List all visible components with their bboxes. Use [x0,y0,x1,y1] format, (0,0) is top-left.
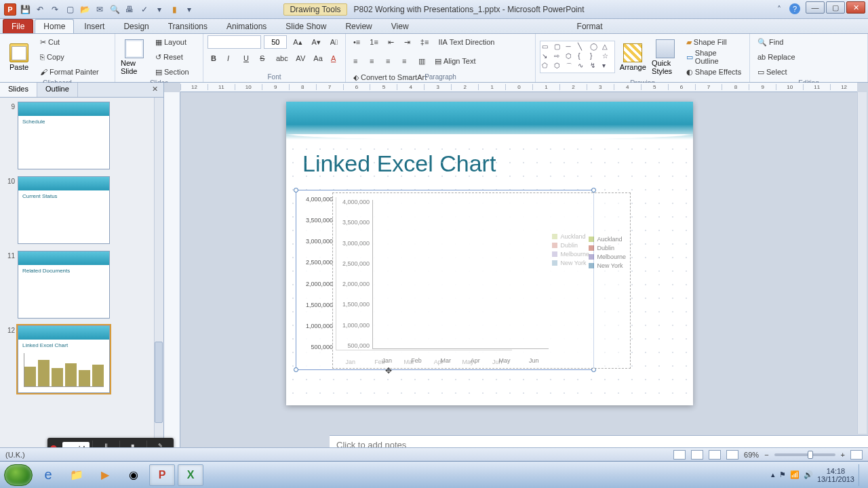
reset-button[interactable]: ↺Reset [152,50,193,64]
help-icon[interactable]: ? [789,3,800,14]
font-family-selector[interactable] [208,35,261,49]
taskbar-excel-icon[interactable]: X [178,464,203,486]
slide-thumbnail[interactable]: 9Schedule [4,102,159,169]
print-preview-icon[interactable]: 🔍 [108,3,121,16]
strike-button[interactable]: S [256,52,270,65]
shape-outline-button[interactable]: ▭Shape Outline [683,50,745,64]
taskbar-chrome-icon[interactable]: ◉ [121,464,146,486]
show-desktop-button[interactable] [859,464,864,486]
justify-button[interactable]: ≡ [399,54,412,68]
save-icon[interactable]: 💾 [19,3,31,16]
fit-to-window-button[interactable] [850,450,863,460]
numbering-button[interactable]: 1≡ [366,35,382,49]
maximize-button[interactable]: ▢ [826,1,845,14]
slideshow-view-button[interactable] [726,450,738,460]
shapes-gallery[interactable]: ▭▢─╲◯△ ↘⇨⬡{}☆ ⬠⬡⌒∿↯▾ [540,41,615,73]
normal-view-button[interactable] [673,450,686,460]
quick-styles-button[interactable]: Quick Styles [650,38,680,77]
text-direction-button[interactable]: IIAText Direction [435,35,498,49]
bullets-button[interactable]: •≡ [350,35,363,49]
replace-button[interactable]: abReplace [754,50,863,64]
taskbar-ie-icon[interactable]: e [35,464,61,486]
align-right-button[interactable]: ≡ [382,54,396,68]
spelling-icon[interactable]: ✓ [138,3,151,16]
tab-view[interactable]: View [382,19,418,33]
slide-thumbnail[interactable]: 12Linked Excel Chart [4,325,159,393]
tray-volume-icon[interactable]: 🔊 [804,470,813,479]
paste-button[interactable]: Paste [4,42,34,73]
tab-design[interactable]: Design [115,19,157,33]
underline-button[interactable]: U [240,52,254,65]
slide-editor[interactable]: 1211109876543210123456789101112 Linked E… [164,83,868,461]
slide-thumbnail[interactable]: 10Current Status [4,176,159,244]
tab-file[interactable]: File [3,19,33,33]
section-button[interactable]: ▤Section [152,65,193,79]
shrink-font-button[interactable]: A▾ [309,35,324,49]
font-size-input[interactable] [264,35,287,49]
tab-insert[interactable]: Insert [75,19,113,33]
undo-icon[interactable]: ↶ [34,3,46,16]
format-painter-button[interactable]: 🖌Format Painter [37,65,102,79]
columns-button[interactable]: ▥ [415,54,429,68]
decrease-indent-button[interactable]: ⇤ [384,35,398,49]
align-text-button[interactable]: ▤Align Text [431,54,479,68]
layout-button[interactable]: ▦Layout [152,35,193,49]
tab-home[interactable]: Home [35,19,74,33]
cut-button[interactable]: ✂Cut [37,35,102,49]
zoom-level[interactable]: 69% [744,451,759,459]
slide-canvas[interactable]: Linked Excel Chart 4,000,0003,500,0003,0… [286,102,693,405]
clear-format-button[interactable]: Aͯ [327,35,341,49]
slide-title[interactable]: Linked Excel Chart [286,140,693,180]
zoom-slider[interactable] [774,453,835,456]
select-button[interactable]: ▭Select [754,65,863,79]
shadow-button[interactable]: abc [273,52,290,65]
italic-button[interactable]: I [224,52,237,65]
tab-slideshow[interactable]: Slide Show [277,19,335,33]
taskbar-media-icon[interactable]: ▶ [92,464,118,486]
tab-review[interactable]: Review [336,19,380,33]
email-icon[interactable]: ✉ [94,3,106,16]
taskbar-explorer-icon[interactable]: 📁 [64,464,90,486]
reading-view-button[interactable] [709,450,721,460]
quick-print-icon[interactable]: 🖶 [123,3,136,16]
slides-tab[interactable]: Slides [0,83,37,97]
taskbar-powerpoint-icon[interactable]: P [149,464,175,486]
change-case-button[interactable]: Aa [310,52,325,65]
tab-animations[interactable]: Animations [218,19,275,33]
char-spacing-button[interactable]: AV [292,52,307,65]
thumbs-scroll-thumb[interactable] [155,342,163,423]
slide-thumbnail[interactable]: 11Related Documents [4,251,159,319]
grow-font-button[interactable]: A▴ [290,35,305,49]
increase-indent-button[interactable]: ⇥ [401,35,414,49]
find-button[interactable]: 🔍Find [754,35,863,49]
status-language[interactable]: (U.K.) [5,451,25,459]
close-pane-icon[interactable]: ✕ [146,83,163,97]
outline-tab[interactable]: Outline [37,83,78,97]
close-button[interactable]: ✕ [846,1,865,14]
zoom-slider-knob[interactable] [808,451,813,459]
tray-network-icon[interactable]: 📶 [790,470,800,479]
zoom-in-button[interactable]: + [841,451,845,459]
tab-transitions[interactable]: Transitions [159,19,216,33]
copy-button[interactable]: ⎘Copy [37,50,102,64]
thumbnails[interactable]: 9Schedule10Current Status11Related Docum… [0,98,163,461]
font-color-button[interactable]: A [328,52,341,65]
tray-up-icon[interactable]: ▴ [771,470,775,479]
line-spacing-button[interactable]: ‡≡ [417,35,433,49]
sorter-view-button[interactable] [691,450,703,460]
minimize-ribbon-icon[interactable]: ˄ [773,3,785,16]
align-left-button[interactable]: ≡ [350,54,363,68]
start-button[interactable] [4,464,33,486]
shape-fill-button[interactable]: ▰Shape Fill [683,35,745,49]
editor-vscrollbar[interactable] [857,92,867,434]
new-slide-button[interactable]: New Slide [119,38,149,77]
tray-clock[interactable]: 14:1813/11/2013 [817,467,854,483]
redo-icon[interactable]: ↷ [49,3,61,16]
new-icon[interactable]: ▢ [64,3,76,16]
tray-flag-icon[interactable]: ⚑ [779,470,786,479]
open-icon[interactable]: 📂 [79,3,91,16]
system-tray[interactable]: ▴ ⚑ 📶 🔊 14:1813/11/2013 [771,464,864,486]
qat-more-icon[interactable]: ▾ [153,3,165,16]
minimize-button[interactable]: — [806,1,825,14]
thumbs-scrollbar[interactable] [154,98,163,461]
